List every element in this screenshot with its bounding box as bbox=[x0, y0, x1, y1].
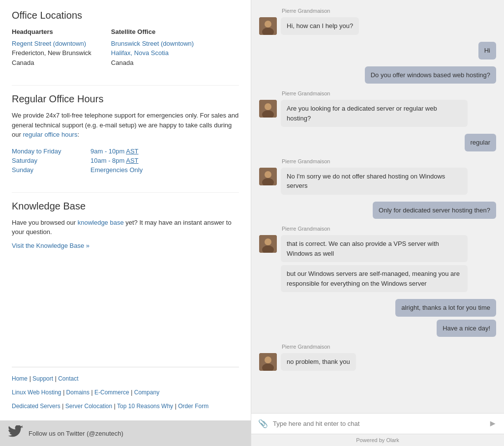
footer-contact-link[interactable]: Contact bbox=[58, 375, 78, 382]
svg-point-1 bbox=[265, 21, 271, 28]
kb-visit-link[interactable]: Visit the Knowledge Base » bbox=[12, 242, 89, 249]
avatar-1 bbox=[259, 17, 277, 35]
user-row-2: Do you offer windows based web hosting? bbox=[259, 66, 496, 84]
footer: Home | Support | Contact Linux Web Hosti… bbox=[12, 367, 239, 415]
footer-domains-link[interactable]: Domains bbox=[66, 389, 89, 396]
footer-support-link[interactable]: Support bbox=[32, 375, 53, 382]
twitter-bar: Follow us on Twitter (@zenutech) bbox=[0, 420, 251, 446]
hq-street-link[interactable]: Regent Street (downtown) bbox=[12, 40, 86, 47]
hours-title: Regular Office Hours bbox=[12, 93, 239, 105]
kb-title: Knowledge Base bbox=[12, 201, 239, 212]
twitter-icon bbox=[8, 425, 24, 441]
hours-day-3: Sunday bbox=[12, 165, 90, 175]
footer-top10-link[interactable]: Top 10 Reasons Why bbox=[117, 403, 173, 410]
chat-messages: Pierre Grandmaison Hi, how can I help yo… bbox=[251, 0, 504, 413]
bubble-user-1: Hi bbox=[478, 42, 496, 59]
hours-time-3: Emergencies Only bbox=[90, 165, 239, 175]
agent-name-1: Pierre Grandmaison bbox=[282, 8, 496, 14]
agent-row-2: Are you looking for a dedicated server o… bbox=[259, 100, 496, 127]
sat-country: Canada bbox=[111, 58, 194, 68]
office-title: Office Locations bbox=[12, 10, 239, 21]
hours-description: We provide 24x7 toll-free telephone supp… bbox=[12, 111, 239, 140]
divider-2 bbox=[12, 192, 239, 193]
bubble-5: no problem, thank you bbox=[281, 353, 356, 371]
hours-row: Sunday Emergencies Only bbox=[12, 165, 239, 175]
agent-name-4: Pierre Grandmaison bbox=[282, 226, 496, 232]
avatar-4 bbox=[259, 235, 277, 253]
bubble-3: No I'm sorry we do not offer shared host… bbox=[281, 168, 468, 195]
user-row-4: Only for dedicated server hosting then? bbox=[259, 202, 496, 219]
bubble-1: Hi, how can I help you? bbox=[281, 17, 359, 35]
bubble-user-5: alright, thanks a lot for you time bbox=[395, 299, 496, 317]
bubble-user-6: Have a nice day! bbox=[437, 320, 496, 337]
hours-day-1: Monday to Friday bbox=[12, 147, 90, 156]
hours-time-1: 9am - 10pm AST bbox=[90, 147, 239, 156]
chat-input[interactable] bbox=[273, 420, 483, 427]
msg-group-5: Pierre Grandmaison no problem, thank you bbox=[259, 344, 496, 371]
headquarters-block: Headquarters Regent Street (downtown) Fr… bbox=[12, 27, 91, 67]
footer-company-link[interactable]: Company bbox=[134, 389, 159, 396]
footer-links-row1: Home | Support | Contact bbox=[12, 373, 239, 384]
attach-icon: 📎 bbox=[258, 419, 268, 428]
svg-point-7 bbox=[265, 171, 271, 178]
office-grid: Headquarters Regent Street (downtown) Fr… bbox=[12, 27, 239, 67]
hours-day-2: Saturday bbox=[12, 156, 90, 165]
footer-links-row3: Dedicated Servers | Server Colocation | … bbox=[12, 401, 239, 412]
agent-row-1: Hi, how can I help you? bbox=[259, 17, 496, 35]
hours-section: Regular Office Hours We provide 24x7 tol… bbox=[12, 93, 239, 175]
hours-table: Monday to Friday 9am - 10pm AST Saturday… bbox=[12, 147, 239, 175]
hours-row: Saturday 10am - 8pm AST bbox=[12, 156, 239, 165]
hours-row: Monday to Friday 9am - 10pm AST bbox=[12, 147, 239, 156]
agent-row-4: that is correct. We can also provide a V… bbox=[259, 235, 496, 292]
footer-links-row2: Linux Web Hosting | Domains | E-Commerce… bbox=[12, 387, 239, 398]
hq-city: Fredericton, New Brunswick bbox=[12, 48, 91, 58]
agent-name-2: Pierre Grandmaison bbox=[282, 90, 496, 96]
hq-label: Headquarters bbox=[12, 27, 91, 37]
bubble-user-3: regular bbox=[465, 134, 496, 151]
spacer bbox=[12, 259, 239, 367]
agent-name-5: Pierre Grandmaison bbox=[282, 344, 496, 350]
svg-point-10 bbox=[265, 238, 271, 245]
chat-send-button[interactable]: ► bbox=[488, 418, 497, 429]
svg-point-4 bbox=[265, 103, 271, 110]
user-multi-1: alright, thanks a lot for you time Have … bbox=[259, 299, 496, 337]
office-hours-link[interactable]: regular office hours bbox=[23, 131, 77, 138]
chat-panel: Pierre Grandmaison Hi, how can I help yo… bbox=[251, 0, 504, 446]
agent-row-5: no problem, thank you bbox=[259, 353, 496, 371]
left-panel: Office Locations Headquarters Regent Str… bbox=[0, 0, 251, 446]
bubble-2: Are you looking for a dedicated server o… bbox=[281, 100, 468, 127]
agent-name-3: Pierre Grandmaison bbox=[282, 158, 496, 164]
powered-by-text: Powered by Olark bbox=[356, 437, 399, 443]
msg-group-1: Pierre Grandmaison Hi, how can I help yo… bbox=[259, 8, 496, 35]
footer-colocation-link[interactable]: Server Colocation bbox=[65, 403, 112, 410]
user-row-1: Hi bbox=[259, 42, 496, 59]
kb-inline-link[interactable]: knowledge base bbox=[78, 219, 124, 226]
hq-country: Canada bbox=[12, 58, 91, 68]
bubble-4a: that is correct. We can also provide a V… bbox=[281, 235, 468, 262]
avatar-2 bbox=[259, 100, 277, 118]
msg-group-2: Pierre Grandmaison Are you looking for a… bbox=[259, 90, 496, 127]
bubble-user-2: Do you offer windows based web hosting? bbox=[365, 66, 496, 84]
avatar-5 bbox=[259, 353, 277, 371]
sat-street-link[interactable]: Brunswick Street (downtown) bbox=[111, 40, 194, 47]
sat-city-link[interactable]: Halifax, Nova Scotia bbox=[111, 49, 169, 57]
hours-time-2: 10am - 8pm AST bbox=[90, 156, 239, 165]
footer-linux-link[interactable]: Linux Web Hosting bbox=[12, 389, 61, 396]
avatar-3 bbox=[259, 168, 277, 185]
agent-row-3: No I'm sorry we do not offer shared host… bbox=[259, 168, 496, 195]
bubble-user-4: Only for dedicated server hosting then? bbox=[373, 202, 496, 219]
footer-ecommerce-link[interactable]: E-Commerce bbox=[94, 389, 129, 396]
msg-group-4: Pierre Grandmaison that is correct. We c… bbox=[259, 226, 496, 292]
footer-order-link[interactable]: Order Form bbox=[178, 403, 208, 410]
sat-label: Satellite Office bbox=[111, 27, 194, 37]
footer-dedicated-link[interactable]: Dedicated Servers bbox=[12, 403, 60, 410]
svg-point-13 bbox=[265, 357, 271, 363]
user-row-3: regular bbox=[259, 134, 496, 151]
kb-description: Have you browsed our knowledge base yet?… bbox=[12, 218, 239, 237]
twitter-text: Follow us on Twitter (@zenutech) bbox=[29, 430, 123, 437]
chat-input-bar: 📎 ► bbox=[251, 413, 504, 434]
msg-group-3: Pierre Grandmaison No I'm sorry we do no… bbox=[259, 158, 496, 195]
tz-2: AST bbox=[126, 157, 138, 164]
knowledge-base-section: Knowledge Base Have you browsed our know… bbox=[12, 201, 239, 249]
footer-home-link[interactable]: Home bbox=[12, 375, 28, 382]
